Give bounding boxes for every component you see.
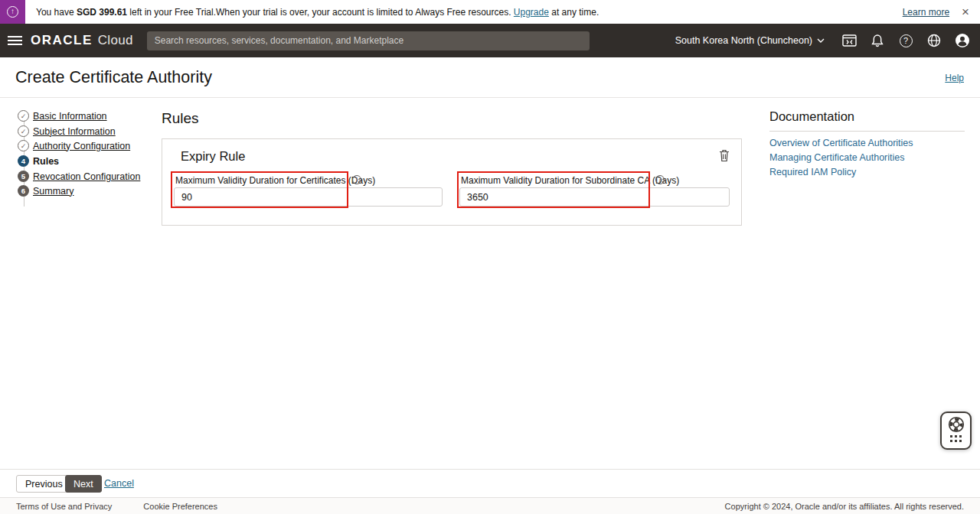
expiry-rule-title: Expiry Rule	[181, 149, 245, 164]
wizard-step-label[interactable]: Authority Configuration	[33, 141, 130, 151]
wizard-step-summary[interactable]: 6 Summary	[18, 185, 74, 197]
previous-button[interactable]: Previous	[16, 475, 72, 493]
logo-cloud-text: Cloud	[98, 33, 133, 48]
wizard-action-bar: Previous Next Cancel	[0, 469, 980, 497]
step-number-badge: 5	[18, 171, 29, 182]
cancel-link[interactable]: Cancel	[104, 478, 134, 489]
info-icon[interactable]: i	[655, 175, 665, 184]
copyright-text: Copyright © 2024, Oracle and/or its affi…	[725, 502, 964, 511]
search-input[interactable]	[147, 31, 590, 50]
step-complete-icon: ✓	[18, 140, 29, 151]
page-header: Create Certificate Authority Help	[0, 57, 980, 98]
doc-link-managing[interactable]: Managing Certificate Authorities	[769, 152, 913, 163]
doc-link-overview[interactable]: Overview of Certificate Authorities	[769, 138, 913, 148]
trial-banner: ↑ You have SGD 399.61 left in your Free …	[0, 0, 980, 24]
hamburger-menu-icon[interactable]	[0, 24, 29, 57]
max-validity-subordinate-ca-input[interactable]	[459, 187, 730, 207]
doc-link-iam-policy[interactable]: Required IAM Policy	[769, 167, 913, 177]
trial-amount: SGD 399.61	[77, 7, 127, 18]
section-heading-rules: Rules	[162, 110, 199, 127]
field-label-max-validity-subordinate-ca: Maximum Validity Duration for Subordinat…	[461, 175, 679, 186]
user-avatar-icon[interactable]	[952, 31, 972, 50]
chevron-down-icon	[817, 38, 825, 43]
help-icon[interactable]: ?	[896, 31, 916, 50]
region-label: South Korea North (Chuncheon)	[675, 35, 812, 46]
wizard-step-label[interactable]: Summary	[33, 186, 74, 197]
region-selector[interactable]: South Korea North (Chuncheon)	[675, 35, 825, 46]
lifebuoy-icon	[947, 415, 965, 434]
delete-rule-button[interactable]	[719, 149, 730, 164]
info-icon[interactable]: i	[352, 175, 361, 184]
logo-oracle-text: ORACLE	[31, 33, 93, 48]
trial-message-part3: at any time.	[549, 7, 599, 18]
oracle-cloud-logo[interactable]: ORACLE Cloud	[31, 33, 133, 48]
page-footer: Terms of Use and Privacy Cookie Preferen…	[0, 497, 980, 514]
step-number-badge: 4	[18, 155, 29, 167]
step-number-badge: 6	[18, 185, 29, 197]
drag-dots-icon	[950, 435, 962, 442]
wizard-step-authority-configuration[interactable]: ✓ Authority Configuration	[18, 140, 130, 151]
notifications-bell-icon[interactable]	[867, 31, 887, 50]
trial-message: You have SGD 399.61 left in your Free Tr…	[36, 7, 599, 18]
trial-message-part1: You have	[36, 7, 77, 18]
step-complete-icon: ✓	[18, 125, 29, 137]
wizard-step-label[interactable]: Revocation Configuration	[33, 171, 140, 182]
trial-icon-box: ↑	[0, 0, 25, 24]
wizard-step-label: Rules	[33, 156, 59, 167]
support-widget-button[interactable]	[940, 412, 972, 450]
cookie-preferences-link[interactable]: Cookie Preferences	[143, 502, 217, 511]
documentation-links: Overview of Certificate Authorities Mana…	[769, 138, 913, 177]
language-globe-icon[interactable]	[924, 31, 944, 50]
wizard-step-revocation-configuration[interactable]: 5 Revocation Configuration	[18, 171, 140, 182]
next-button[interactable]: Next	[65, 475, 102, 493]
close-icon[interactable]: ×	[962, 5, 969, 18]
page-title: Create Certificate Authority	[15, 68, 212, 87]
cloud-shell-icon[interactable]	[839, 31, 859, 50]
expiry-rule-card: Expiry Rule Maximum Validity Duration fo…	[162, 138, 742, 226]
upgrade-arrow-icon: ↑	[7, 6, 18, 18]
upgrade-link[interactable]: Upgrade	[514, 7, 549, 18]
terms-of-use-link[interactable]: Terms of Use and Privacy	[16, 502, 112, 511]
trash-icon	[719, 149, 730, 162]
wizard-step-label[interactable]: Subject Information	[33, 126, 116, 137]
wizard-step-rules-current: 4 Rules	[18, 155, 59, 167]
trial-message-part2: left in your Free Trial.When your trial …	[127, 7, 514, 18]
wizard-step-label[interactable]: Basic Information	[33, 111, 107, 122]
step-complete-icon: ✓	[18, 110, 29, 122]
documentation-heading: Documentation	[769, 109, 854, 124]
learn-more-link[interactable]: Learn more	[903, 7, 949, 18]
documentation-divider	[769, 131, 965, 132]
field-label-max-validity-certificates: Maximum Validity Duration for Certificat…	[175, 175, 375, 186]
top-navigation-bar: ORACLE Cloud South Korea North (Chuncheo…	[0, 24, 980, 57]
wizard-step-subject-information[interactable]: ✓ Subject Information	[18, 125, 116, 137]
wizard-step-basic-information[interactable]: ✓ Basic Information	[18, 110, 107, 122]
help-link[interactable]: Help	[945, 73, 964, 83]
max-validity-certificates-input[interactable]	[174, 187, 443, 207]
